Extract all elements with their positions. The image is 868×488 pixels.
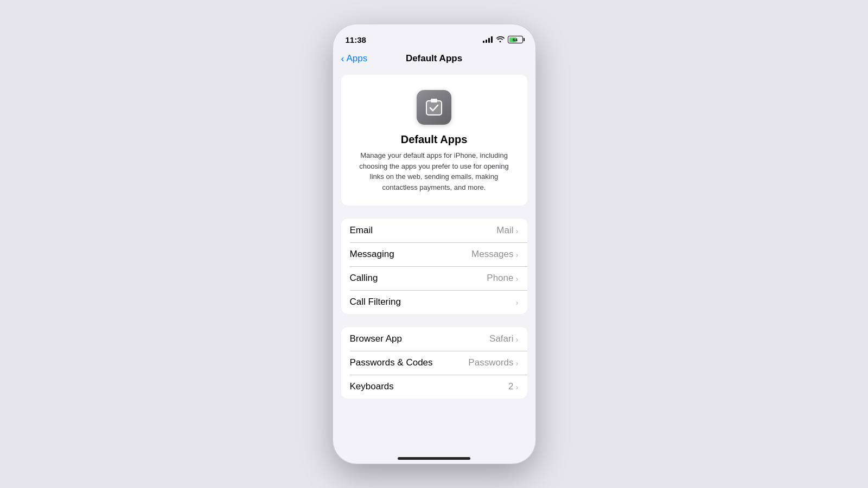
nav-bar: ‹ Apps Default Apps	[333, 49, 536, 68]
browser-app-label: Browser App	[350, 333, 402, 344]
messaging-label: Messaging	[350, 249, 394, 260]
back-chevron-icon: ‹	[341, 54, 344, 63]
passwords-codes-label: Passwords & Codes	[350, 357, 433, 368]
signal-bars-icon	[483, 36, 493, 43]
keyboards-value: 2	[508, 381, 513, 392]
status-bar: 11:38 64	[333, 24, 536, 48]
messaging-right: Messages ›	[471, 249, 518, 260]
nav-title: Default Apps	[406, 53, 462, 64]
keyboards-label: Keyboards	[350, 381, 394, 392]
calling-right: Phone ›	[487, 273, 518, 284]
calling-label: Calling	[350, 273, 378, 284]
phone-frame: 11:38 64	[333, 24, 536, 464]
checkmark-clipboard-icon	[424, 98, 444, 117]
passwords-codes-value: Passwords	[468, 357, 513, 368]
messaging-value: Messages	[471, 249, 513, 260]
messaging-row[interactable]: Messaging Messages ›	[341, 242, 527, 266]
email-label: Email	[350, 225, 373, 236]
keyboards-chevron-icon: ›	[516, 382, 519, 391]
browser-app-right: Safari ›	[489, 333, 518, 344]
passwords-codes-chevron-icon: ›	[516, 358, 519, 368]
status-icons: 64	[483, 36, 523, 44]
passwords-codes-row[interactable]: Passwords & Codes Passwords ›	[341, 351, 527, 375]
call-filtering-row[interactable]: Call Filtering ›	[341, 290, 527, 314]
calling-value: Phone	[487, 273, 513, 284]
battery-icon: 64	[508, 36, 523, 43]
back-label: Apps	[347, 53, 368, 64]
email-chevron-icon: ›	[516, 226, 519, 235]
default-apps-icon	[417, 90, 451, 125]
keyboards-right: 2 ›	[508, 381, 518, 392]
content-area: Default Apps Manage your default apps fo…	[333, 68, 536, 457]
passwords-codes-right: Passwords ›	[468, 357, 518, 368]
status-time: 11:38	[346, 35, 366, 44]
email-right: Mail ›	[496, 225, 518, 236]
calling-chevron-icon: ›	[516, 274, 519, 283]
wifi-icon	[496, 36, 505, 44]
browser-app-row[interactable]: Browser App Safari ›	[341, 327, 527, 351]
email-row[interactable]: Email Mail ›	[341, 219, 527, 242]
svg-rect-2	[431, 99, 437, 102]
info-card-title: Default Apps	[401, 133, 468, 146]
browser-app-chevron-icon: ›	[516, 335, 519, 344]
messaging-chevron-icon: ›	[516, 250, 519, 259]
keyboards-row[interactable]: Keyboards 2 ›	[341, 375, 527, 399]
home-indicator	[398, 457, 470, 460]
battery-text: 64	[513, 37, 518, 42]
battery-indicator: 64	[508, 36, 523, 43]
communication-section: Email Mail › Messaging Messages › Callin…	[341, 219, 527, 314]
call-filtering-label: Call Filtering	[350, 297, 401, 307]
info-card: Default Apps Manage your default apps fo…	[341, 75, 527, 206]
back-button[interactable]: ‹ Apps	[341, 53, 368, 64]
call-filtering-chevron-icon: ›	[516, 298, 519, 307]
info-card-description: Manage your default apps for iPhone, inc…	[352, 150, 516, 192]
svg-rect-0	[426, 101, 442, 115]
browser-app-value: Safari	[489, 333, 513, 344]
browser-section: Browser App Safari › Passwords & Codes P…	[341, 327, 527, 399]
email-value: Mail	[496, 225, 513, 236]
calling-row[interactable]: Calling Phone ›	[341, 266, 527, 290]
call-filtering-right: ›	[516, 298, 519, 307]
